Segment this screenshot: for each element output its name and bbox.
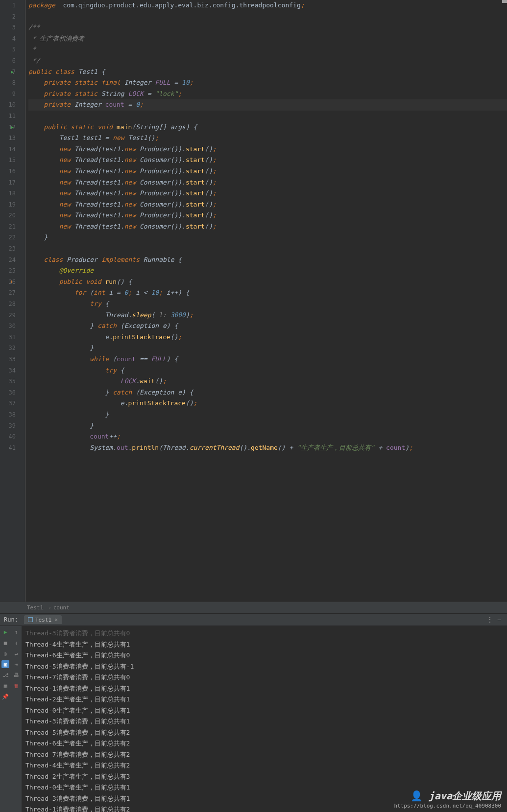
print-icon[interactable]: 🖶	[12, 671, 20, 679]
watermark: 👤 java企业级应用 https://blog.csdn.net/qq_409…	[394, 789, 501, 809]
code-line[interactable]: private Integer count = 0;	[28, 99, 507, 111]
code-line[interactable]: new Thread(test1.new Consumer()).start()…	[28, 221, 507, 232]
code-line[interactable]: Test1 test1 = new Test1();	[28, 133, 507, 144]
line-number: 7▶	[0, 67, 16, 78]
code-line[interactable]	[28, 243, 507, 255]
code-line[interactable]: new Thread(test1.new Producer()).start()…	[28, 166, 507, 177]
more-options-icon[interactable]: ⋮	[484, 616, 496, 623]
line-number: 39	[0, 420, 16, 432]
code-line[interactable]: new Thread(test1.new Consumer()).start()…	[28, 155, 507, 166]
code-line[interactable]: public class Test1 {	[28, 67, 507, 78]
line-number: 29	[0, 310, 16, 321]
line-number: 6	[0, 55, 16, 67]
code-line[interactable]: } catch (Exception e) {	[28, 321, 507, 332]
code-line[interactable]: private static final Integer FULL = 10;	[28, 77, 507, 89]
code-line[interactable]: } catch (Exception e) {	[28, 387, 507, 398]
line-number: 34	[0, 365, 16, 376]
code-line[interactable]: class Producer implements Runnable {	[28, 255, 507, 266]
code-editor[interactable]: package com.qingduo.product.edu.apply.ev…	[25, 0, 507, 602]
code-line[interactable]: }	[28, 409, 507, 420]
code-line[interactable]: new Thread(test1.new Consumer()).start()…	[28, 177, 507, 188]
pin-icon[interactable]: 📌	[1, 693, 9, 700]
line-number: 36	[0, 387, 16, 398]
scroll-end-icon[interactable]: ⇥	[12, 660, 20, 668]
code-line[interactable]: }	[28, 343, 507, 354]
soft-wrap-icon[interactable]: ↵	[12, 650, 20, 657]
console-line: Thread-7消费者消费，目前总共有2	[25, 749, 503, 761]
line-number: 8	[0, 77, 16, 89]
override-gutter-icon[interactable]: ⬍	[10, 277, 13, 288]
code-line[interactable]: new Thread(test1.new Producer()).start()…	[28, 188, 507, 199]
run-label: Run:	[4, 616, 18, 623]
line-number: 5	[0, 44, 16, 55]
console-line: Thread-2生产者生产，目前总共有1	[25, 694, 503, 705]
line-number: 15	[0, 155, 16, 166]
line-number: 10	[0, 99, 16, 111]
line-number: 37	[0, 398, 16, 409]
code-line[interactable]: private static String LOCK = "lock";	[28, 89, 507, 100]
code-line[interactable]: new Thread(test1.new Producer()).start()…	[28, 144, 507, 155]
breadcrumb-class[interactable]: Test1	[27, 604, 43, 611]
code-line[interactable]: }	[28, 420, 507, 432]
console-line: Thread-4生产者生产，目前总共有2	[25, 760, 503, 771]
code-line[interactable]: count++;	[28, 431, 507, 442]
scrollbar-thumb[interactable]	[502, 0, 507, 3]
code-line[interactable]: try {	[28, 299, 507, 310]
run-gutter-icon[interactable]: ▶	[11, 67, 14, 78]
code-line[interactable]: LOCK.wait();	[28, 376, 507, 387]
code-line[interactable]: while (count == FULL) {	[28, 354, 507, 365]
code-line[interactable]: Thread.sleep( l: 3000);	[28, 310, 507, 321]
line-number: 27	[0, 287, 16, 299]
code-line[interactable]	[28, 11, 507, 23]
attach-icon[interactable]: ⎇	[1, 671, 9, 679]
up-icon[interactable]: ↑	[12, 628, 20, 636]
run-toolbar-left: ▶ ■ ◎ ▣ ⎇ ▦ 📌	[0, 626, 11, 812]
run-gutter-icon[interactable]: ▶	[11, 122, 14, 133]
code-line[interactable]: e.printStackTrace();	[28, 332, 507, 343]
exit-icon[interactable]: ▣	[1, 660, 9, 668]
code-line[interactable]: * 生产者和消费者	[28, 33, 507, 45]
line-number: 32	[0, 343, 16, 354]
line-number: 28	[0, 299, 16, 310]
minimize-icon[interactable]: —	[496, 616, 503, 623]
code-line[interactable]	[28, 111, 507, 122]
watermark-url: https://blog.csdn.net/qq_40908300	[394, 803, 501, 809]
code-line[interactable]: System.out.println(Thread.currentThread(…	[28, 442, 507, 454]
run-config-icon	[28, 617, 33, 622]
rerun-icon[interactable]: ▶	[1, 628, 9, 636]
console-line: Thread-5消费者消费，目前总共有2	[25, 727, 503, 739]
run-tool-header: Run: Test1 × ⋮ —	[0, 613, 507, 626]
line-number: 38	[0, 409, 16, 420]
code-line[interactable]: e.printStackTrace();	[28, 398, 507, 409]
breadcrumb: Test1 › count	[0, 602, 507, 613]
code-line[interactable]: }	[28, 232, 507, 243]
code-line[interactable]: @Override	[28, 265, 507, 277]
console-line: Thread-3消费者消费，目前总共有0	[25, 628, 503, 639]
line-number: 24	[0, 255, 16, 266]
breadcrumb-field[interactable]: count	[53, 604, 70, 611]
stop-icon[interactable]: ■	[1, 639, 9, 647]
code-line[interactable]: package com.qingduo.product.edu.apply.ev…	[28, 0, 507, 11]
clear-icon[interactable]: 🗑	[12, 682, 20, 690]
code-line[interactable]: new Thread(test1.new Producer()).start()…	[28, 210, 507, 221]
close-tab-icon[interactable]: ×	[54, 616, 58, 623]
code-line[interactable]: try {	[28, 365, 507, 376]
console-line: Thread-7消费者消费，目前总共有0	[25, 672, 503, 683]
dump-threads-icon[interactable]: ◎	[1, 650, 9, 657]
code-line[interactable]: *	[28, 44, 507, 55]
code-line[interactable]: /**	[28, 22, 507, 33]
code-line[interactable]: public static void main(String[] args) {	[28, 122, 507, 133]
code-line[interactable]: for (int i = 0; i < 10; i++) {	[28, 287, 507, 299]
line-number: 13	[0, 133, 16, 144]
console-output[interactable]: Thread-3消费者消费，目前总共有0Thread-4生产者生产，目前总共有1…	[22, 626, 507, 812]
layout-icon[interactable]: ▦	[1, 682, 9, 690]
line-number: 41	[0, 442, 16, 454]
line-number: 14	[0, 144, 16, 155]
down-icon[interactable]: ↓	[12, 639, 20, 647]
code-line[interactable]: new Thread(test1.new Consumer()).start()…	[28, 199, 507, 210]
breadcrumb-separator: ›	[48, 604, 51, 611]
code-line[interactable]: public void run() {	[28, 277, 507, 288]
line-number: 17	[0, 177, 16, 188]
code-line[interactable]: */	[28, 55, 507, 67]
run-tab[interactable]: Test1 ×	[24, 615, 62, 624]
